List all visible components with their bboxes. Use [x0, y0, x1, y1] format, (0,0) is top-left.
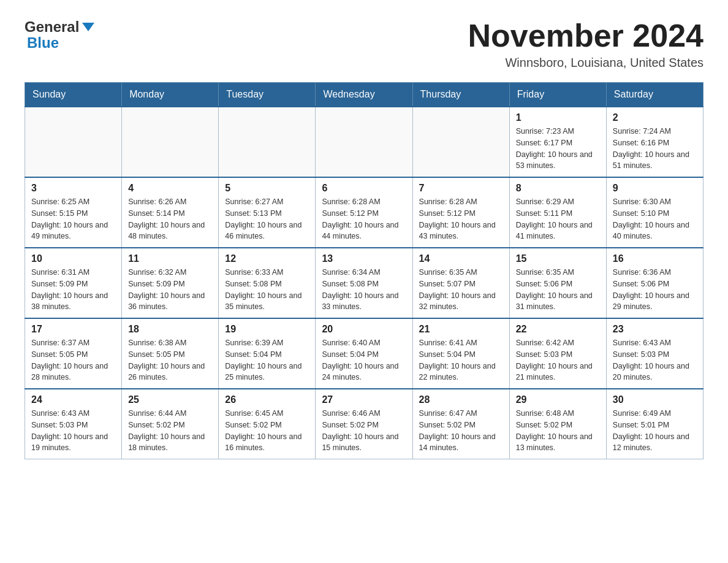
day-number: 16 — [613, 253, 697, 264]
calendar-cell: 30Sunrise: 6:49 AM Sunset: 5:01 PM Dayli… — [606, 389, 703, 459]
calendar-table: SundayMondayTuesdayWednesdayThursdayFrid… — [25, 82, 703, 459]
day-number: 14 — [419, 253, 503, 264]
day-number: 15 — [516, 253, 600, 264]
calendar-cell — [25, 107, 122, 177]
calendar-cell: 15Sunrise: 6:35 AM Sunset: 5:06 PM Dayli… — [509, 248, 606, 318]
day-info: Sunrise: 6:28 AM Sunset: 5:12 PM Dayligh… — [322, 196, 406, 242]
day-info: Sunrise: 6:28 AM Sunset: 5:12 PM Dayligh… — [419, 196, 503, 242]
calendar-cell — [122, 107, 219, 177]
day-header-sunday: Sunday — [25, 83, 122, 107]
calendar-cell — [316, 107, 412, 177]
day-info: Sunrise: 6:44 AM Sunset: 5:02 PM Dayligh… — [128, 408, 212, 454]
day-info: Sunrise: 6:37 AM Sunset: 5:05 PM Dayligh… — [31, 337, 115, 383]
day-number: 29 — [516, 394, 600, 405]
day-number: 22 — [516, 324, 600, 335]
day-info: Sunrise: 6:39 AM Sunset: 5:04 PM Dayligh… — [225, 337, 309, 383]
calendar-cell: 14Sunrise: 6:35 AM Sunset: 5:07 PM Dayli… — [412, 248, 509, 318]
calendar-cell: 11Sunrise: 6:32 AM Sunset: 5:09 PM Dayli… — [122, 248, 219, 318]
day-number: 30 — [613, 394, 697, 405]
calendar-cell: 25Sunrise: 6:44 AM Sunset: 5:02 PM Dayli… — [122, 389, 219, 459]
day-info: Sunrise: 6:40 AM Sunset: 5:04 PM Dayligh… — [322, 337, 406, 383]
day-number: 3 — [31, 183, 115, 194]
day-number: 28 — [419, 394, 503, 405]
calendar-cell: 10Sunrise: 6:31 AM Sunset: 5:09 PM Dayli… — [25, 248, 122, 318]
day-number: 11 — [128, 253, 212, 264]
title-area: November 2024 Winnsboro, Louisiana, Unit… — [468, 18, 703, 70]
month-title: November 2024 — [468, 18, 703, 53]
day-info: Sunrise: 6:43 AM Sunset: 5:03 PM Dayligh… — [613, 337, 697, 383]
day-info: Sunrise: 6:27 AM Sunset: 5:13 PM Dayligh… — [225, 196, 309, 242]
day-number: 27 — [322, 394, 406, 405]
day-info: Sunrise: 6:49 AM Sunset: 5:01 PM Dayligh… — [613, 408, 697, 454]
calendar-cell: 19Sunrise: 6:39 AM Sunset: 5:04 PM Dayli… — [219, 318, 316, 389]
day-info: Sunrise: 6:36 AM Sunset: 5:06 PM Dayligh… — [613, 267, 697, 313]
day-number: 8 — [516, 183, 600, 194]
day-number: 24 — [31, 394, 115, 405]
day-info: Sunrise: 6:43 AM Sunset: 5:03 PM Dayligh… — [31, 408, 115, 454]
calendar-cell: 12Sunrise: 6:33 AM Sunset: 5:08 PM Dayli… — [219, 248, 316, 318]
location-title: Winnsboro, Louisiana, United States — [468, 56, 703, 70]
calendar-cell: 6Sunrise: 6:28 AM Sunset: 5:12 PM Daylig… — [316, 177, 412, 248]
day-number: 7 — [419, 183, 503, 194]
logo-general-text: General — [25, 18, 79, 36]
day-info: Sunrise: 6:30 AM Sunset: 5:10 PM Dayligh… — [613, 196, 697, 242]
day-info: Sunrise: 7:23 AM Sunset: 6:17 PM Dayligh… — [516, 126, 600, 172]
day-number: 4 — [128, 183, 212, 194]
day-number: 23 — [613, 324, 697, 335]
day-number: 9 — [613, 183, 697, 194]
day-info: Sunrise: 6:34 AM Sunset: 5:08 PM Dayligh… — [322, 267, 406, 313]
calendar-cell: 1Sunrise: 7:23 AM Sunset: 6:17 PM Daylig… — [509, 107, 606, 177]
calendar-cell: 20Sunrise: 6:40 AM Sunset: 5:04 PM Dayli… — [316, 318, 412, 389]
calendar-cell — [219, 107, 316, 177]
day-header-tuesday: Tuesday — [219, 83, 316, 107]
day-number: 2 — [613, 112, 697, 123]
calendar-cell — [412, 107, 509, 177]
week-row-5: 24Sunrise: 6:43 AM Sunset: 5:03 PM Dayli… — [25, 389, 703, 459]
day-info: Sunrise: 6:29 AM Sunset: 5:11 PM Dayligh… — [516, 196, 600, 242]
calendar-cell: 26Sunrise: 6:45 AM Sunset: 5:02 PM Dayli… — [219, 389, 316, 459]
day-number: 5 — [225, 183, 309, 194]
day-number: 12 — [225, 253, 309, 264]
day-header-monday: Monday — [122, 83, 219, 107]
day-info: Sunrise: 6:25 AM Sunset: 5:15 PM Dayligh… — [31, 196, 115, 242]
calendar-cell: 28Sunrise: 6:47 AM Sunset: 5:02 PM Dayli… — [412, 389, 509, 459]
logo-triangle-icon — [82, 23, 94, 31]
page-header: General Blue November 2024 Winnsboro, Lo… — [25, 18, 703, 70]
calendar-cell: 4Sunrise: 6:26 AM Sunset: 5:14 PM Daylig… — [122, 177, 219, 248]
calendar-cell: 21Sunrise: 6:41 AM Sunset: 5:04 PM Dayli… — [412, 318, 509, 389]
day-info: Sunrise: 6:45 AM Sunset: 5:02 PM Dayligh… — [225, 408, 309, 454]
days-header-row: SundayMondayTuesdayWednesdayThursdayFrid… — [25, 83, 703, 107]
calendar-cell: 13Sunrise: 6:34 AM Sunset: 5:08 PM Dayli… — [316, 248, 412, 318]
calendar-cell: 9Sunrise: 6:30 AM Sunset: 5:10 PM Daylig… — [606, 177, 703, 248]
week-row-1: 1Sunrise: 7:23 AM Sunset: 6:17 PM Daylig… — [25, 107, 703, 177]
day-header-friday: Friday — [509, 83, 606, 107]
day-info: Sunrise: 6:41 AM Sunset: 5:04 PM Dayligh… — [419, 337, 503, 383]
week-row-2: 3Sunrise: 6:25 AM Sunset: 5:15 PM Daylig… — [25, 177, 703, 248]
calendar-cell: 2Sunrise: 7:24 AM Sunset: 6:16 PM Daylig… — [606, 107, 703, 177]
calendar-cell: 23Sunrise: 6:43 AM Sunset: 5:03 PM Dayli… — [606, 318, 703, 389]
day-number: 13 — [322, 253, 406, 264]
day-header-saturday: Saturday — [606, 83, 703, 107]
week-row-3: 10Sunrise: 6:31 AM Sunset: 5:09 PM Dayli… — [25, 248, 703, 318]
day-header-wednesday: Wednesday — [316, 83, 412, 107]
day-number: 18 — [128, 324, 212, 335]
day-number: 10 — [31, 253, 115, 264]
calendar-cell: 16Sunrise: 6:36 AM Sunset: 5:06 PM Dayli… — [606, 248, 703, 318]
calendar-cell: 27Sunrise: 6:46 AM Sunset: 5:02 PM Dayli… — [316, 389, 412, 459]
day-info: Sunrise: 6:31 AM Sunset: 5:09 PM Dayligh… — [31, 267, 115, 313]
day-info: Sunrise: 6:32 AM Sunset: 5:09 PM Dayligh… — [128, 267, 212, 313]
day-number: 20 — [322, 324, 406, 335]
calendar-cell: 18Sunrise: 6:38 AM Sunset: 5:05 PM Dayli… — [122, 318, 219, 389]
calendar-cell: 7Sunrise: 6:28 AM Sunset: 5:12 PM Daylig… — [412, 177, 509, 248]
day-info: Sunrise: 6:38 AM Sunset: 5:05 PM Dayligh… — [128, 337, 212, 383]
day-info: Sunrise: 6:48 AM Sunset: 5:02 PM Dayligh… — [516, 408, 600, 454]
day-info: Sunrise: 6:33 AM Sunset: 5:08 PM Dayligh… — [225, 267, 309, 313]
calendar-cell: 29Sunrise: 6:48 AM Sunset: 5:02 PM Dayli… — [509, 389, 606, 459]
calendar-cell: 22Sunrise: 6:42 AM Sunset: 5:03 PM Dayli… — [509, 318, 606, 389]
day-number: 21 — [419, 324, 503, 335]
day-info: Sunrise: 6:46 AM Sunset: 5:02 PM Dayligh… — [322, 408, 406, 454]
day-number: 17 — [31, 324, 115, 335]
calendar-cell: 8Sunrise: 6:29 AM Sunset: 5:11 PM Daylig… — [509, 177, 606, 248]
day-info: Sunrise: 7:24 AM Sunset: 6:16 PM Dayligh… — [613, 126, 697, 172]
calendar-cell: 17Sunrise: 6:37 AM Sunset: 5:05 PM Dayli… — [25, 318, 122, 389]
